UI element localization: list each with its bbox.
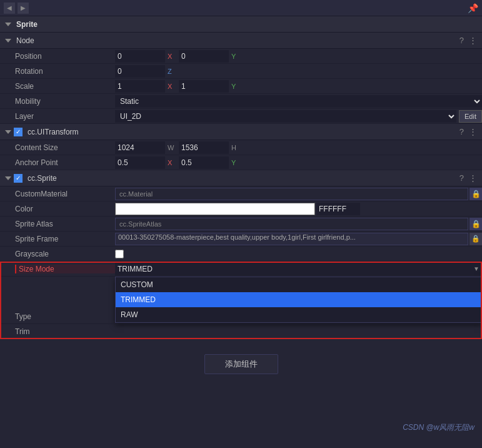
- uitransform-help-icon[interactable]: ?: [459, 127, 464, 136]
- dropdown-arrow-icon: ▼: [473, 265, 479, 272]
- custom-material-lock[interactable]: 🔒: [469, 188, 482, 200]
- scale-x-label: X: [168, 83, 176, 90]
- content-size-h-label: H: [231, 144, 240, 151]
- mobility-label: Mobility: [15, 97, 115, 106]
- trim-row: Trim: [0, 324, 482, 339]
- size-mode-trigger[interactable]: TRIMMED ▼: [115, 263, 482, 275]
- top-nav: ◀ ▶ 📌: [0, 0, 482, 16]
- scale-x-input[interactable]: [115, 80, 165, 93]
- size-mode-section: Size Mode TRIMMED ▼ CUSTOM TRIMMED RAW: [0, 262, 482, 339]
- custom-material-input-row: cc.Material 🔒: [115, 188, 482, 200]
- layer-row-inner: UI_2D Edit: [115, 110, 482, 123]
- mobility-select[interactable]: Static: [115, 95, 482, 108]
- sprite-frame-input-row: 00013-350275058-masterpiece,best quality…: [115, 233, 482, 245]
- ccsprite-section-header[interactable]: ✓ cc.Sprite ? ⋮: [0, 170, 482, 186]
- uitransform-title: cc.UITransform: [28, 128, 79, 136]
- layer-value: UI_2D Edit: [115, 110, 482, 123]
- size-mode-selected: TRIMMED: [118, 265, 153, 273]
- scale-y-input[interactable]: [179, 80, 229, 93]
- scale-label: Scale: [15, 82, 115, 91]
- next-button[interactable]: ▶: [18, 3, 29, 14]
- color-hex-input[interactable]: [316, 203, 360, 215]
- anchor-x-label: X: [168, 159, 176, 166]
- rotation-value: Z: [115, 65, 482, 78]
- dropdown-item-custom[interactable]: CUSTOM: [116, 277, 481, 292]
- sprite-frame-value: 00013-350275058-masterpiece,best quality…: [115, 233, 482, 245]
- position-x-input[interactable]: [115, 50, 165, 63]
- ccsprite-menu-icon[interactable]: ⋮: [469, 173, 477, 183]
- rotation-label: Rotation: [15, 67, 115, 76]
- main-panel: ◀ ▶ 📌 Sprite Node ? ⋮ Position X: [0, 0, 482, 448]
- sprite-frame-row: Sprite Frame 00013-350275058-masterpiece…: [0, 232, 482, 247]
- node-menu-icon[interactable]: ⋮: [469, 36, 477, 45]
- ccsprite-check[interactable]: ✓: [14, 174, 23, 183]
- node-section-header[interactable]: Node ? ⋮: [0, 33, 482, 49]
- node-caret: [5, 39, 11, 43]
- grayscale-checkbox[interactable]: [115, 250, 124, 258]
- sprite-title: Sprite: [16, 20, 38, 29]
- mobility-value: Static: [115, 95, 482, 108]
- sprite-atlas-display: cc.SpriteAtlas: [115, 218, 468, 230]
- sprite-atlas-lock[interactable]: 🔒: [469, 218, 482, 230]
- uitransform-section-header[interactable]: ✓ cc.UITransform ? ⋮: [0, 124, 482, 140]
- content-size-label: Content Size: [15, 143, 115, 152]
- prev-button[interactable]: ◀: [4, 3, 15, 14]
- content-size-row: Content Size W H: [0, 140, 482, 155]
- position-y-label: Y: [231, 53, 240, 60]
- node-help-icon[interactable]: ?: [459, 36, 464, 45]
- scale-row: Scale X Y: [0, 79, 482, 94]
- uitransform-check[interactable]: ✓: [14, 128, 23, 136]
- rotation-z-input[interactable]: [115, 65, 165, 78]
- inspector: Sprite Node ? ⋮ Position X Y Rotation: [0, 16, 482, 448]
- layer-select[interactable]: UI_2D: [115, 110, 456, 123]
- content-size-value: W H: [115, 141, 482, 154]
- node-actions: ? ⋮: [459, 36, 477, 45]
- position-value: X Y: [115, 50, 482, 63]
- position-y-input[interactable]: [179, 50, 229, 63]
- anchor-y-input[interactable]: [179, 156, 229, 169]
- uitransform-actions: ? ⋮: [459, 127, 477, 136]
- layer-row: Layer UI_2D Edit: [0, 109, 482, 124]
- layer-edit-button[interactable]: Edit: [459, 110, 482, 123]
- sprite-atlas-label: Sprite Atlas: [15, 220, 115, 228]
- sprite-atlas-value: cc.SpriteAtlas 🔒: [115, 218, 482, 230]
- anchor-x-input[interactable]: [115, 156, 165, 169]
- position-label: Position: [15, 52, 115, 61]
- add-component-button[interactable]: 添加组件: [204, 354, 278, 374]
- scale-value: X Y: [115, 80, 482, 93]
- sprite-frame-pick-button[interactable]: 🔒: [469, 233, 482, 245]
- uitransform-caret: [5, 130, 11, 134]
- color-value: [115, 203, 482, 215]
- sprite-atlas-row: Sprite Atlas cc.SpriteAtlas 🔒: [0, 216, 482, 232]
- type-label: Type: [15, 312, 115, 321]
- custom-material-row: CustomMaterial cc.Material 🔒: [0, 186, 482, 201]
- trim-label: Trim: [15, 327, 115, 336]
- position-x-label: X: [168, 53, 176, 60]
- grayscale-row: Grayscale: [0, 247, 482, 262]
- ccsprite-help-icon[interactable]: ?: [459, 173, 464, 183]
- anchor-point-value: X Y: [115, 156, 482, 169]
- ccsprite-title: cc.Sprite: [28, 174, 57, 183]
- custom-material-value: cc.Material 🔒: [115, 188, 482, 200]
- sprite-caret: [5, 23, 11, 26]
- size-mode-dropdown: TRIMMED ▼ CUSTOM TRIMMED RAW: [115, 263, 482, 275]
- grayscale-label: Grayscale: [15, 250, 115, 258]
- color-swatch[interactable]: [115, 203, 315, 215]
- custom-material-label: CustomMaterial: [15, 190, 115, 198]
- rotation-row: Rotation Z: [0, 64, 482, 79]
- color-label: Color: [15, 205, 115, 213]
- uitransform-menu-icon[interactable]: ⋮: [469, 127, 477, 136]
- grayscale-value: [115, 250, 482, 258]
- watermark: CSDN @w风雨无阻w: [403, 422, 474, 433]
- pin-button[interactable]: 📌: [468, 3, 478, 13]
- node-title: Node: [16, 36, 34, 45]
- custom-material-display: cc.Material: [115, 188, 468, 200]
- content-size-h-input[interactable]: [179, 141, 229, 154]
- size-mode-value: TRIMMED ▼ CUSTOM TRIMMED RAW: [115, 263, 482, 275]
- sprite-atlas-input-row: cc.SpriteAtlas 🔒: [115, 218, 482, 230]
- color-row: Color: [0, 201, 482, 216]
- content-size-w-input[interactable]: [115, 141, 165, 154]
- sprite-section-header[interactable]: Sprite: [0, 16, 482, 33]
- dropdown-item-trimmed[interactable]: TRIMMED: [116, 292, 481, 307]
- mobility-row: Mobility Static: [0, 94, 482, 109]
